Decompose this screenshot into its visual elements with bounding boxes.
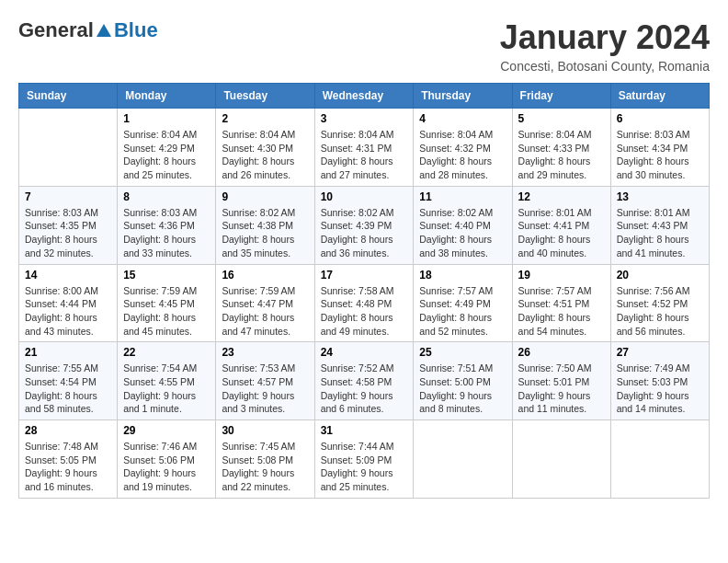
day-info: Sunrise: 7:52 AMSunset: 4:58 PMDaylight:…: [321, 362, 408, 416]
day-info: Sunrise: 8:03 AMSunset: 4:36 PMDaylight:…: [123, 206, 210, 260]
day-number: 7: [25, 190, 111, 203]
calendar-cell: 20Sunrise: 7:56 AMSunset: 4:52 PMDayligh…: [610, 264, 709, 342]
day-number: 9: [222, 190, 308, 203]
calendar-cell: 24Sunrise: 7:52 AMSunset: 4:58 PMDayligh…: [314, 342, 414, 420]
day-info: Sunrise: 7:57 AMSunset: 4:51 PMDaylight:…: [518, 284, 605, 339]
day-info: Sunrise: 7:58 AMSunset: 4:48 PMDaylight:…: [321, 284, 408, 339]
calendar-cell: 21Sunrise: 7:55 AMSunset: 4:54 PMDayligh…: [19, 342, 118, 420]
day-number: 25: [419, 346, 506, 359]
calendar-cell: 14Sunrise: 8:00 AMSunset: 4:44 PMDayligh…: [19, 264, 118, 342]
day-info: Sunrise: 8:01 AMSunset: 4:43 PMDaylight:…: [617, 206, 703, 260]
calendar-cell: 16Sunrise: 7:59 AMSunset: 4:47 PMDayligh…: [216, 264, 314, 342]
calendar-table: SundayMondayTuesdayWednesdayThursdayFrid…: [18, 83, 710, 499]
day-info: Sunrise: 7:57 AMSunset: 4:49 PMDaylight:…: [419, 284, 506, 339]
calendar-cell: 3Sunrise: 8:04 AMSunset: 4:31 PMDaylight…: [314, 109, 414, 187]
location-title: Concesti, Botosani County, Romania: [500, 59, 710, 74]
day-number: 6: [617, 112, 703, 125]
calendar-cell: 22Sunrise: 7:54 AMSunset: 4:55 PMDayligh…: [118, 342, 216, 420]
day-info: Sunrise: 8:04 AMSunset: 4:30 PMDaylight:…: [222, 128, 308, 182]
month-title: January 2024: [500, 18, 710, 57]
day-number: 19: [518, 269, 605, 282]
svg-marker-0: [97, 24, 111, 37]
calendar-cell: 7Sunrise: 8:03 AMSunset: 4:35 PMDaylight…: [19, 186, 118, 264]
day-number: 15: [123, 269, 210, 282]
day-info: Sunrise: 7:51 AMSunset: 5:00 PMDaylight:…: [419, 362, 506, 416]
column-header-sunday: Sunday: [19, 84, 118, 109]
day-number: 16: [222, 269, 308, 282]
day-info: Sunrise: 7:48 AMSunset: 5:05 PMDaylight:…: [25, 440, 111, 494]
calendar-cell: 10Sunrise: 8:02 AMSunset: 4:39 PMDayligh…: [314, 186, 414, 264]
logo: General Blue: [18, 18, 158, 42]
day-number: 23: [222, 346, 308, 359]
day-info: Sunrise: 7:55 AMSunset: 4:54 PMDaylight:…: [25, 362, 111, 416]
day-info: Sunrise: 7:53 AMSunset: 4:57 PMDaylight:…: [222, 362, 308, 416]
day-number: 18: [419, 269, 506, 282]
calendar-cell: 17Sunrise: 7:58 AMSunset: 4:48 PMDayligh…: [314, 264, 414, 342]
day-number: 11: [419, 190, 506, 203]
day-info: Sunrise: 7:45 AMSunset: 5:08 PMDaylight:…: [222, 440, 308, 494]
column-header-saturday: Saturday: [610, 84, 709, 109]
week-row-1: 1Sunrise: 8:04 AMSunset: 4:29 PMDaylight…: [19, 109, 710, 187]
calendar-cell: 8Sunrise: 8:03 AMSunset: 4:36 PMDaylight…: [118, 186, 216, 264]
day-number: 27: [617, 346, 703, 359]
calendar-cell: 6Sunrise: 8:03 AMSunset: 4:34 PMDaylight…: [610, 109, 709, 187]
calendar-cell: 15Sunrise: 7:59 AMSunset: 4:45 PMDayligh…: [118, 264, 216, 342]
day-info: Sunrise: 8:04 AMSunset: 4:33 PMDaylight:…: [518, 128, 605, 182]
column-header-friday: Friday: [512, 84, 610, 109]
day-number: 24: [321, 346, 408, 359]
day-number: 29: [123, 424, 210, 437]
day-number: 28: [25, 424, 111, 437]
page-header: General Blue January 2024 Concesti, Boto…: [18, 18, 710, 74]
column-header-monday: Monday: [118, 84, 216, 109]
calendar-cell: [610, 420, 709, 499]
calendar-header-row: SundayMondayTuesdayWednesdayThursdayFrid…: [19, 84, 710, 109]
week-row-5: 28Sunrise: 7:48 AMSunset: 5:05 PMDayligh…: [19, 420, 710, 499]
calendar-cell: 18Sunrise: 7:57 AMSunset: 4:49 PMDayligh…: [414, 264, 512, 342]
calendar-cell: 12Sunrise: 8:01 AMSunset: 4:41 PMDayligh…: [512, 186, 610, 264]
day-info: Sunrise: 8:00 AMSunset: 4:44 PMDaylight:…: [25, 284, 111, 339]
calendar-cell: 2Sunrise: 8:04 AMSunset: 4:30 PMDaylight…: [216, 109, 314, 187]
column-header-wednesday: Wednesday: [314, 84, 414, 109]
calendar-cell: 1Sunrise: 8:04 AMSunset: 4:29 PMDaylight…: [118, 109, 216, 187]
day-number: 4: [419, 112, 506, 125]
calendar-cell: 19Sunrise: 7:57 AMSunset: 4:51 PMDayligh…: [512, 264, 610, 342]
week-row-4: 21Sunrise: 7:55 AMSunset: 4:54 PMDayligh…: [19, 342, 710, 420]
day-info: Sunrise: 8:04 AMSunset: 4:29 PMDaylight:…: [123, 128, 210, 182]
day-number: 5: [518, 112, 605, 125]
day-number: 31: [321, 424, 408, 437]
logo-general-text: General: [18, 18, 94, 42]
calendar-cell: 4Sunrise: 8:04 AMSunset: 4:32 PMDaylight…: [414, 109, 512, 187]
title-area: January 2024 Concesti, Botosani County, …: [500, 18, 710, 74]
day-info: Sunrise: 8:04 AMSunset: 4:32 PMDaylight:…: [419, 128, 506, 182]
day-number: 30: [222, 424, 308, 437]
logo-icon: [96, 22, 112, 39]
column-header-thursday: Thursday: [414, 84, 512, 109]
week-row-3: 14Sunrise: 8:00 AMSunset: 4:44 PMDayligh…: [19, 264, 710, 342]
column-header-tuesday: Tuesday: [216, 84, 314, 109]
logo-blue-text: Blue: [114, 18, 158, 42]
day-info: Sunrise: 7:44 AMSunset: 5:09 PMDaylight:…: [321, 440, 408, 494]
day-number: 8: [123, 190, 210, 203]
day-number: 12: [518, 190, 605, 203]
day-number: 2: [222, 112, 308, 125]
calendar-cell: [19, 109, 118, 187]
day-number: 20: [617, 269, 703, 282]
day-info: Sunrise: 7:59 AMSunset: 4:45 PMDaylight:…: [123, 284, 210, 339]
calendar-cell: 9Sunrise: 8:02 AMSunset: 4:38 PMDaylight…: [216, 186, 314, 264]
day-number: 10: [321, 190, 408, 203]
day-number: 14: [25, 269, 111, 282]
calendar-cell: 25Sunrise: 7:51 AMSunset: 5:00 PMDayligh…: [414, 342, 512, 420]
day-number: 3: [321, 112, 408, 125]
day-number: 13: [617, 190, 703, 203]
day-info: Sunrise: 7:54 AMSunset: 4:55 PMDaylight:…: [123, 362, 210, 416]
day-info: Sunrise: 7:50 AMSunset: 5:01 PMDaylight:…: [518, 362, 605, 416]
day-number: 26: [518, 346, 605, 359]
calendar-cell: 30Sunrise: 7:45 AMSunset: 5:08 PMDayligh…: [216, 420, 314, 499]
day-info: Sunrise: 8:02 AMSunset: 4:39 PMDaylight:…: [321, 206, 408, 260]
day-number: 1: [123, 112, 210, 125]
day-info: Sunrise: 8:03 AMSunset: 4:34 PMDaylight:…: [617, 128, 703, 182]
calendar-cell: 28Sunrise: 7:48 AMSunset: 5:05 PMDayligh…: [19, 420, 118, 499]
calendar-cell: 31Sunrise: 7:44 AMSunset: 5:09 PMDayligh…: [314, 420, 414, 499]
day-info: Sunrise: 7:59 AMSunset: 4:47 PMDaylight:…: [222, 284, 308, 339]
calendar-cell: 5Sunrise: 8:04 AMSunset: 4:33 PMDaylight…: [512, 109, 610, 187]
